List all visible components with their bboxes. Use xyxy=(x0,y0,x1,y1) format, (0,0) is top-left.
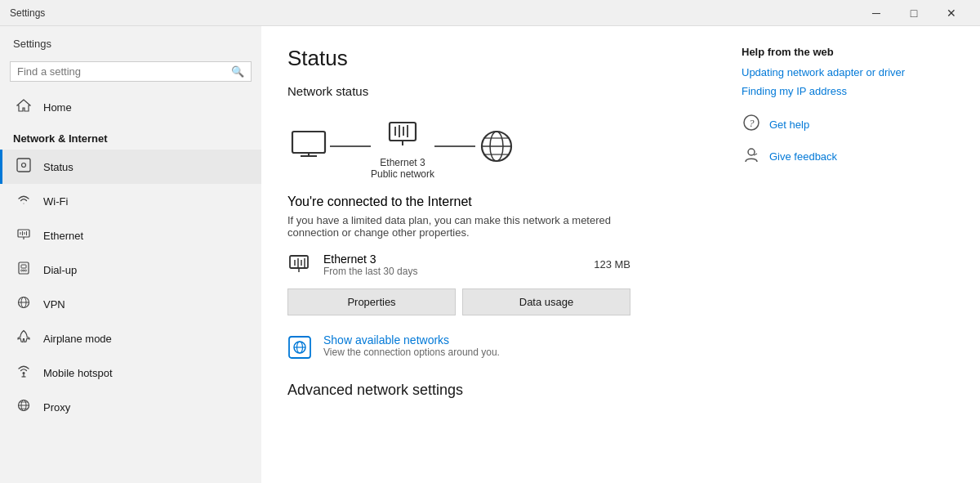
ethernet-card-name: Ethernet 3 xyxy=(323,253,417,266)
titlebar: Settings ─ □ ✕ xyxy=(0,0,980,26)
vpn-icon xyxy=(16,295,32,313)
ethernet-card-left: Ethernet 3 From the last 30 days xyxy=(287,250,417,279)
sidebar: Settings 🔍 Home Network & Internet xyxy=(0,26,261,483)
sidebar-label-vpn: VPN xyxy=(43,298,65,311)
sidebar-app-title: Settings xyxy=(0,26,261,58)
svg-rect-2 xyxy=(18,230,29,237)
svg-point-1 xyxy=(22,163,26,168)
show-networks-title[interactable]: Show available networks xyxy=(323,333,500,347)
computer-icon xyxy=(287,125,330,168)
sidebar-item-home[interactable]: Home xyxy=(0,90,261,124)
sidebar-label-home: Home xyxy=(43,101,72,114)
search-icon: 🔍 xyxy=(231,65,244,78)
give-feedback-label[interactable]: Give feedback xyxy=(769,150,837,163)
help-link-ip[interactable]: Finding my IP address xyxy=(742,85,954,97)
connection-status: You're connected to the Internet If you … xyxy=(287,195,709,239)
ethernet-card-icon xyxy=(287,250,314,279)
show-networks-text: Show available networks View the connect… xyxy=(323,333,500,358)
help-panel: Help from the web Updating network adapt… xyxy=(742,46,954,463)
ethernet-card-size: 123 MB xyxy=(594,258,630,271)
sidebar-label-ethernet: Ethernet xyxy=(43,230,83,242)
svg-rect-24 xyxy=(292,132,325,153)
svg-rect-27 xyxy=(390,123,416,141)
hotspot-icon xyxy=(16,364,32,382)
show-networks-sub: View the connection options around you. xyxy=(323,347,500,358)
ethernet-card-info: Ethernet 3 From the last 30 days xyxy=(323,253,417,277)
data-usage-button[interactable]: Data usage xyxy=(462,288,630,315)
globe-icon xyxy=(475,125,518,168)
get-help-icon: ? xyxy=(742,114,761,136)
dialup-icon xyxy=(16,261,32,279)
sidebar-item-vpn[interactable]: VPN xyxy=(0,287,261,321)
app-body: Settings 🔍 Home Network & Internet xyxy=(0,26,980,483)
app-title: Settings xyxy=(10,7,45,19)
status-icon xyxy=(16,158,32,176)
search-box[interactable]: 🔍 xyxy=(10,61,252,82)
get-help-label[interactable]: Get help xyxy=(769,119,809,131)
connection-desc: If you have a limited data plan, you can… xyxy=(287,214,630,239)
network-diagram: Ethernet 3 Public network xyxy=(287,113,709,180)
sidebar-item-airplane[interactable]: Airplane mode xyxy=(0,321,261,356)
wifi-icon xyxy=(16,192,32,210)
content-left: Status Network status xyxy=(287,46,709,463)
svg-rect-9 xyxy=(21,265,26,268)
svg-text:?: ? xyxy=(749,117,755,129)
sidebar-label-hotspot: Mobile hotspot xyxy=(43,367,113,379)
line2 xyxy=(434,145,475,147)
sidebar-label-dialup: Dial-up xyxy=(43,264,77,276)
sidebar-label-status: Status xyxy=(43,161,74,173)
svg-rect-0 xyxy=(17,159,30,172)
show-available-networks[interactable]: Show available networks View the connect… xyxy=(287,333,709,362)
svg-point-50 xyxy=(748,149,755,155)
network-status-label: Network status xyxy=(287,84,709,98)
close-button[interactable]: ✕ xyxy=(933,0,970,26)
help-title: Help from the web xyxy=(742,46,954,58)
get-help-item[interactable]: ? Get help xyxy=(742,114,954,136)
airplane-icon xyxy=(16,329,32,347)
search-input[interactable] xyxy=(17,65,231,78)
network-options-icon xyxy=(287,333,312,362)
sidebar-item-wifi[interactable]: Wi-Fi xyxy=(0,184,261,218)
sidebar-label-proxy: Proxy xyxy=(43,401,70,414)
proxy-icon xyxy=(16,398,32,416)
help-link-adapter[interactable]: Updating network adapter or driver xyxy=(742,66,954,78)
give-feedback-icon xyxy=(742,145,761,168)
home-icon xyxy=(16,98,32,116)
ethernet-device-label: Ethernet 3 Public network xyxy=(371,157,434,180)
page-title: Status xyxy=(287,46,709,71)
svg-point-12 xyxy=(25,270,27,271)
help-actions: ? Get help Give feedback xyxy=(742,114,954,168)
svg-point-11 xyxy=(23,270,24,271)
maximize-button[interactable]: □ xyxy=(895,0,933,26)
main-content: Status Network status xyxy=(261,26,980,483)
sidebar-item-hotspot[interactable]: Mobile hotspot xyxy=(0,356,261,390)
sidebar-label-wifi: Wi-Fi xyxy=(43,195,68,208)
give-feedback-item[interactable]: Give feedback xyxy=(742,145,954,168)
sidebar-item-status[interactable]: Status xyxy=(0,150,261,184)
ethernet-card: Ethernet 3 From the last 30 days 123 MB xyxy=(287,250,630,279)
window-controls: ─ □ ✕ xyxy=(858,0,970,26)
line1 xyxy=(330,145,371,147)
ethernet-device-icon: Ethernet 3 Public network xyxy=(371,113,434,180)
sidebar-item-dialup[interactable]: Dial-up xyxy=(0,253,261,287)
ethernet-card-sub: From the last 30 days xyxy=(323,266,417,277)
minimize-button[interactable]: ─ xyxy=(858,0,895,26)
properties-button[interactable]: Properties xyxy=(287,288,456,315)
connection-title: You're connected to the Internet xyxy=(287,195,709,209)
svg-point-16 xyxy=(23,372,25,374)
action-buttons: Properties Data usage xyxy=(287,288,630,315)
svg-point-10 xyxy=(21,270,23,271)
sidebar-section-title: Network & Internet xyxy=(0,124,261,150)
ethernet-icon xyxy=(16,226,32,244)
sidebar-label-airplane: Airplane mode xyxy=(43,333,112,345)
sidebar-item-ethernet[interactable]: Ethernet xyxy=(0,218,261,253)
sidebar-item-proxy[interactable]: Proxy xyxy=(0,390,261,424)
advanced-settings-title: Advanced network settings xyxy=(287,382,709,399)
